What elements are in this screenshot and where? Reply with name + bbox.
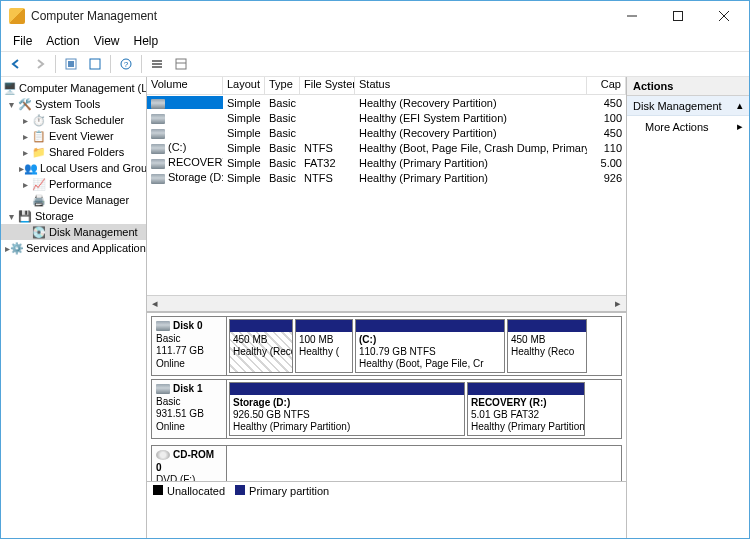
volume-list[interactable]: SimpleBasicHealthy (Recovery Partition)4…: [147, 95, 626, 295]
cdrom-row[interactable]: CD-ROM 0 DVD (F:) No Media: [151, 445, 622, 481]
tree-performance[interactable]: ▸📈Performance: [1, 176, 146, 192]
actions-more[interactable]: More Actions ▸: [627, 116, 749, 137]
tree-device-manager[interactable]: 🖨️Device Manager: [1, 192, 146, 208]
view-list-button[interactable]: [146, 53, 168, 75]
svg-rect-9: [152, 60, 162, 62]
svg-rect-11: [152, 66, 162, 68]
legend-unallocated-swatch: [153, 485, 163, 495]
help-button[interactable]: ?: [115, 53, 137, 75]
partition[interactable]: RECOVERY (R:)5.01 GB FAT32Healthy (Prima…: [467, 382, 585, 436]
tree-shared-folders[interactable]: ▸📁Shared Folders: [1, 144, 146, 160]
volume-list-header[interactable]: Volume Layout Type File System Status Ca…: [147, 77, 626, 95]
collapse-icon: ▴: [737, 99, 743, 112]
disk-icon: [156, 321, 170, 331]
disk-icon: [151, 159, 165, 169]
disk-row[interactable]: Disk 0Basic111.77 GBOnline450 MBHealthy …: [151, 316, 622, 376]
actions-header: Actions: [627, 77, 749, 96]
maximize-button[interactable]: [655, 2, 701, 30]
disk-graphical-panel: Disk 0Basic111.77 GBOnline450 MBHealthy …: [147, 311, 626, 539]
volume-row[interactable]: Storage (D:)SimpleBasicNTFSHealthy (Prim…: [147, 170, 626, 185]
nav-tree[interactable]: 🖥️Computer Management (Local ▾🛠️System T…: [1, 77, 147, 539]
col-capacity[interactable]: Cap: [587, 77, 626, 94]
actions-section-disk-management[interactable]: Disk Management ▴: [627, 96, 749, 116]
tree-storage[interactable]: ▾💾Storage: [1, 208, 146, 224]
col-status[interactable]: Status: [355, 77, 587, 94]
tree-disk-management[interactable]: 💽Disk Management: [1, 224, 146, 240]
view-detail-button[interactable]: [170, 53, 192, 75]
volume-row[interactable]: SimpleBasicHealthy (Recovery Partition)4…: [147, 125, 626, 140]
volume-row[interactable]: RECOVERY (R:)SimpleBasicFAT32Healthy (Pr…: [147, 155, 626, 170]
list-hscroll[interactable]: ◂ ▸: [147, 295, 626, 311]
partition[interactable]: 100 MBHealthy (: [295, 319, 353, 373]
svg-rect-10: [152, 63, 162, 65]
legend-primary-swatch: [235, 485, 245, 495]
menu-action[interactable]: Action: [40, 33, 85, 49]
tree-task-scheduler[interactable]: ▸⏱️Task Scheduler: [1, 112, 146, 128]
col-type[interactable]: Type: [265, 77, 300, 94]
scroll-right-icon[interactable]: ▸: [610, 297, 626, 310]
actions-panel: Actions Disk Management ▴ More Actions ▸: [627, 77, 749, 539]
svg-rect-1: [674, 12, 683, 21]
up-button[interactable]: [60, 53, 82, 75]
toolbar: ?: [1, 51, 749, 77]
volume-row[interactable]: SimpleBasicHealthy (EFI System Partition…: [147, 110, 626, 125]
menubar: File Action View Help: [1, 31, 749, 51]
tree-root[interactable]: 🖥️Computer Management (Local: [1, 80, 146, 96]
disk-row[interactable]: Disk 1Basic931.51 GBOnlineStorage (D:)92…: [151, 379, 622, 439]
disk-icon: [151, 144, 165, 154]
disk-icon: [151, 114, 165, 124]
col-filesystem[interactable]: File System: [300, 77, 355, 94]
svg-rect-12: [176, 59, 186, 69]
refresh-button[interactable]: [84, 53, 106, 75]
close-button[interactable]: [701, 2, 747, 30]
tree-local-users[interactable]: ▸👥Local Users and Groups: [1, 160, 146, 176]
menu-view[interactable]: View: [88, 33, 126, 49]
back-button[interactable]: [5, 53, 27, 75]
svg-rect-5: [68, 61, 74, 67]
disk-icon: [151, 174, 165, 184]
volume-row[interactable]: (C:)SimpleBasicNTFSHealthy (Boot, Page F…: [147, 140, 626, 155]
titlebar: Computer Management: [1, 1, 749, 31]
menu-help[interactable]: Help: [128, 33, 165, 49]
scroll-left-icon[interactable]: ◂: [147, 297, 163, 310]
partition[interactable]: Storage (D:)926.50 GB NTFSHealthy (Prima…: [229, 382, 465, 436]
partition[interactable]: 450 MBHealthy (Reco: [507, 319, 587, 373]
col-volume[interactable]: Volume: [147, 77, 223, 94]
svg-rect-6: [90, 59, 100, 69]
tree-services[interactable]: ▸⚙️Services and Applications: [1, 240, 146, 256]
col-layout[interactable]: Layout: [223, 77, 265, 94]
svg-text:?: ?: [124, 60, 129, 69]
partition[interactable]: (C:)110.79 GB NTFSHealthy (Boot, Page Fi…: [355, 319, 505, 373]
volume-row[interactable]: SimpleBasicHealthy (Recovery Partition)4…: [147, 95, 626, 110]
menu-file[interactable]: File: [7, 33, 38, 49]
center-panel: Volume Layout Type File System Status Ca…: [147, 77, 627, 539]
legend: Unallocated Primary partition: [147, 481, 626, 499]
window-title: Computer Management: [31, 9, 157, 23]
tree-event-viewer[interactable]: ▸📋Event Viewer: [1, 128, 146, 144]
minimize-button[interactable]: [609, 2, 655, 30]
app-icon: [9, 8, 25, 24]
chevron-right-icon: ▸: [737, 120, 743, 133]
partition[interactable]: 450 MBHealthy (Reco: [229, 319, 293, 373]
cdrom-icon: [156, 450, 170, 460]
disk-icon: [151, 129, 165, 139]
disk-icon: [151, 99, 165, 109]
disk-icon: [156, 384, 170, 394]
forward-button[interactable]: [29, 53, 51, 75]
tree-system-tools[interactable]: ▾🛠️System Tools: [1, 96, 146, 112]
